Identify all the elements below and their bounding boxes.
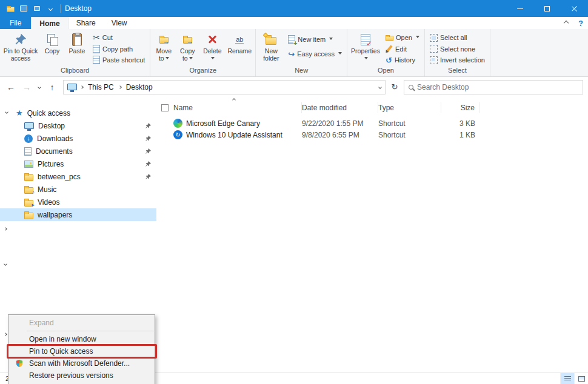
search-icon xyxy=(409,85,413,90)
sidebar-item-videos[interactable]: Videos xyxy=(0,196,156,208)
sidebar-item-music[interactable]: Music xyxy=(0,183,156,196)
rename-button[interactable]: Rename xyxy=(226,30,253,55)
column-header-type[interactable]: Type xyxy=(378,102,441,113)
select-column[interactable] xyxy=(161,102,173,113)
rename-icon xyxy=(235,31,244,47)
menu-item-restore-previous-versions[interactable]: Restore previous versions xyxy=(8,369,155,382)
open-button[interactable]: Open xyxy=(384,32,421,43)
invert-selection-button[interactable]: Invert selection xyxy=(428,55,487,65)
search-input[interactable] xyxy=(417,83,578,91)
qat-properties-icon[interactable] xyxy=(17,0,30,17)
qat-customize-dropdown-icon[interactable] xyxy=(44,0,57,17)
sidebar-item-label: Music xyxy=(38,185,56,194)
sidebar-item-label: between_pcs xyxy=(38,173,81,181)
button-label: Move to xyxy=(153,47,174,62)
paste-button[interactable]: Paste xyxy=(65,30,89,55)
ribbon-collapse-button[interactable] xyxy=(559,17,573,29)
delete-icon xyxy=(207,31,218,47)
open-icon xyxy=(386,36,393,41)
button-label: Open xyxy=(396,34,412,41)
file-row[interactable]: Windows 10 Update Assistant 9/8/2020 6:5… xyxy=(161,129,584,141)
breadcrumb-chevron-icon[interactable] xyxy=(80,85,84,89)
large-icons-view-icon xyxy=(578,376,585,382)
tab-share[interactable]: Share xyxy=(68,17,104,29)
address-dropdown-icon[interactable] xyxy=(378,85,382,89)
breadcrumb-chevron-icon[interactable] xyxy=(118,85,122,89)
copy-path-icon xyxy=(93,45,100,53)
pin-to-quick-access-button[interactable]: Pin to Quick access xyxy=(2,30,39,62)
copy-to-button[interactable]: Copy to xyxy=(176,30,199,62)
ribbon-group-open: Properties Open Edit History xyxy=(347,29,425,76)
delete-button[interactable]: Delete xyxy=(199,30,225,62)
menu-item-scan-with-defender[interactable]: Scan with Microsoft Defender... xyxy=(8,357,155,369)
new-item-button[interactable]: New item xyxy=(286,34,344,45)
column-header-date-modified[interactable]: Date modified xyxy=(302,102,378,113)
sidebar-item-between-pcs[interactable]: between_pcs xyxy=(0,170,156,183)
file-row[interactable]: Microsoft Edge Canary 9/22/2020 1:55 PM … xyxy=(161,118,584,129)
breadcrumb-desktop[interactable]: Desktop xyxy=(125,83,154,91)
details-view-button[interactable] xyxy=(560,373,574,384)
copy-path-button[interactable]: Copy path xyxy=(91,44,147,55)
menu-item-open-in-new-window[interactable]: Open in new window xyxy=(8,333,155,345)
breadcrumb-this-pc[interactable]: This PC xyxy=(87,83,115,91)
tree-collapse-icon[interactable] xyxy=(4,262,7,266)
sidebar-item-desktop[interactable]: Desktop xyxy=(0,119,156,132)
maximize-button[interactable] xyxy=(533,0,561,17)
easy-access-button[interactable]: Easy access xyxy=(286,48,344,59)
button-label: Copy xyxy=(45,47,60,55)
menu-item-pin-to-quick-access[interactable]: Pin to Quick access xyxy=(8,345,155,357)
menu-item-label: Restore previous versions xyxy=(29,371,113,380)
paste-shortcut-button[interactable]: Paste shortcut xyxy=(91,55,147,65)
menu-item-pin-to-start[interactable]: Pin to Start xyxy=(8,382,155,384)
copy-button[interactable]: Copy xyxy=(40,30,64,55)
context-menu: Expand Open in new window Pin to Quick a… xyxy=(8,314,155,384)
back-button[interactable]: ← xyxy=(4,80,18,94)
menu-item-label: Scan with Microsoft Defender... xyxy=(29,359,130,368)
column-header-size[interactable]: Size xyxy=(441,102,480,113)
edit-button[interactable]: Edit xyxy=(384,44,421,55)
sidebar-item-wallpapers[interactable]: wallpapers xyxy=(0,208,156,221)
column-header-name[interactable]: Name xyxy=(173,102,302,113)
tab-file[interactable]: File xyxy=(0,17,31,29)
tab-view[interactable]: View xyxy=(104,17,135,29)
properties-button[interactable]: Properties xyxy=(349,30,382,62)
sidebar-item-pictures[interactable]: Pictures xyxy=(0,157,156,170)
select-all-checkbox[interactable] xyxy=(161,104,169,111)
file-name[interactable]: Windows 10 Update Assistant xyxy=(186,131,282,139)
tree-expand-icon[interactable] xyxy=(4,227,7,231)
qat-new-folder-icon[interactable] xyxy=(30,0,44,17)
select-all-button[interactable]: Select all xyxy=(428,32,487,43)
help-icon[interactable]: ? xyxy=(573,17,588,29)
minimize-button[interactable] xyxy=(506,0,533,17)
new-folder-button[interactable]: New folder xyxy=(258,30,284,62)
up-button[interactable]: ↑ xyxy=(45,80,59,94)
tab-home[interactable]: Home xyxy=(31,17,68,29)
menu-item-label: Pin to Quick access xyxy=(29,347,93,356)
button-label: Edit xyxy=(395,45,407,53)
tree-expand-icon[interactable] xyxy=(4,333,7,336)
file-name[interactable]: Microsoft Edge Canary xyxy=(186,119,260,128)
forward-button[interactable]: → xyxy=(19,80,34,94)
large-icons-view-button[interactable] xyxy=(574,373,588,384)
details-view-icon xyxy=(564,376,571,382)
cut-button[interactable]: Cut xyxy=(91,32,147,43)
file-type: Shortcut xyxy=(378,131,441,139)
explorer-app-icon xyxy=(4,0,17,17)
ribbon-group-new: New folder New item Easy access New xyxy=(256,29,347,76)
tab-bar-spacer xyxy=(135,17,559,29)
breadcrumb[interactable]: This PC Desktop xyxy=(63,80,386,94)
chevron-down-icon[interactable] xyxy=(5,110,8,114)
ribbon-group-organize: Move to Copy to Delete Rename Organize xyxy=(150,29,256,76)
sidebar-item-downloads[interactable]: Downloads xyxy=(0,132,156,145)
history-button[interactable]: History xyxy=(384,55,421,65)
select-none-button[interactable]: Select none xyxy=(428,44,487,55)
sidebar-item-documents[interactable]: Documents xyxy=(0,145,156,157)
recent-locations-dropdown[interactable] xyxy=(35,80,44,94)
sidebar-quick-access[interactable]: Quick access xyxy=(0,107,156,119)
search-box[interactable] xyxy=(404,80,583,94)
close-button[interactable] xyxy=(561,0,588,17)
file-type: Shortcut xyxy=(378,119,441,128)
sidebar-item-label: wallpapers xyxy=(38,211,72,219)
refresh-button[interactable] xyxy=(387,80,403,94)
move-to-button[interactable]: Move to xyxy=(152,30,175,62)
